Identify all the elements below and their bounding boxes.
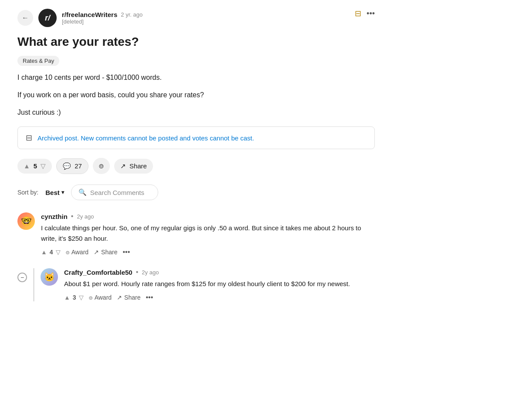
archived-icon: ⊟ — [26, 133, 32, 143]
comment-2-upvote-icon: ▲ — [64, 294, 70, 301]
sort-select[interactable]: Best ▾ — [45, 189, 64, 196]
comment-1-avatar: 🤓 — [17, 212, 35, 230]
comment-2-share-label: Share — [124, 294, 140, 301]
post-tag[interactable]: Rates & Pay — [17, 56, 59, 66]
comments-button[interactable]: 💬 27 — [56, 158, 88, 174]
comment-2-meta: Crafty_Comfortable50 • 2y ago — [64, 268, 375, 276]
subreddit-avatar: r/ — [38, 9, 57, 27]
comment-2-share-button[interactable]: ↗ Share — [117, 294, 140, 301]
comment-2-award-button[interactable]: ⌾ Award — [89, 294, 112, 301]
search-comments-input[interactable]: 🔍 Search Comments — [71, 184, 158, 200]
comments-section: 🤓 cynzthin • 2y ago I calculate things p… — [17, 212, 375, 314]
post-header: ← r/ r/freelanceWriters 2 yr. ago [delet… — [17, 9, 375, 27]
archived-notice: ⊟ Archived post. New comments cannot be … — [17, 126, 375, 149]
comment-1-body: I calculate things per hour. So, one of … — [41, 223, 375, 244]
downvote-icon: ▽ — [41, 162, 46, 170]
comment-1-author[interactable]: cynzthin — [41, 213, 68, 220]
comment-1-downvote-icon: ▽ — [56, 249, 61, 256]
comments-icon: 💬 — [63, 162, 71, 170]
sort-label: Sort by: — [17, 189, 38, 196]
share-icon: ↗ — [120, 162, 126, 170]
sort-value: Best — [45, 189, 60, 196]
more-options-icon[interactable]: ••• — [367, 9, 375, 18]
archived-link-text[interactable]: New comments cannot be posted and votes … — [81, 134, 254, 142]
comment-2-author[interactable]: Crafty_Comfortable50 — [64, 269, 132, 276]
post-body-line-1: I charge 10 cents per word - $100/1000 w… — [17, 72, 375, 83]
comment-1-upvote-icon: ▲ — [41, 249, 47, 256]
comments-count: 27 — [75, 162, 82, 170]
comment-1-share-label: Share — [101, 249, 117, 256]
archived-text: Archived post. New comments cannot be po… — [37, 134, 254, 142]
post-actions: ▲ 5 ▽ 💬 27 ⌾ ↗ Share — [17, 158, 375, 174]
share-label: Share — [129, 162, 147, 170]
post-body: I charge 10 cents per word - $100/1000 w… — [17, 72, 375, 118]
chevron-down-icon: ▾ — [61, 189, 64, 195]
post-header-left: ← r/ r/freelanceWriters 2 yr. ago [delet… — [17, 9, 143, 27]
comment-1-actions: ▲ 4 ▽ ⌾ Award ↗ Share ••• — [41, 248, 375, 256]
post-author: [deleted] — [62, 18, 143, 25]
comment-2-vote-count: 3 — [73, 294, 76, 301]
post-time: 2 yr. ago — [121, 11, 143, 18]
search-icon: 🔍 — [78, 188, 87, 196]
vote-count: 5 — [34, 162, 37, 170]
post-title: What are your rates? — [17, 34, 375, 50]
post-body-line-2: If you work on a per word basis, could y… — [17, 89, 375, 101]
subreddit-name[interactable]: r/freelanceWriters — [62, 11, 117, 18]
comment-2-collapse-button[interactable]: − — [17, 273, 27, 282]
comment-2-downvote-icon: ▽ — [79, 294, 84, 301]
comment-1-share-icon: ↗ — [94, 249, 99, 256]
comment-1-award-icon: ⌾ — [66, 249, 69, 256]
comment-1: 🤓 cynzthin • 2y ago I calculate things p… — [17, 212, 375, 256]
comment-1-award-button[interactable]: ⌾ Award — [66, 249, 88, 256]
comment-1-avatar-img: 🤓 — [17, 212, 35, 230]
post-meta-top: r/freelanceWriters 2 yr. ago — [62, 11, 143, 18]
comment-2-content: Crafty_Comfortable50 • 2y ago About $1 p… — [64, 268, 375, 301]
bookmark-icon[interactable]: ⊟ — [355, 9, 361, 18]
comment-2-avatar-img: 🐱 — [41, 268, 58, 286]
comment-1-content: cynzthin • 2y ago I calculate things per… — [41, 212, 375, 256]
award-button[interactable]: ⌾ — [93, 158, 110, 174]
search-placeholder: Search Comments — [90, 189, 144, 196]
header-actions: ⊟ ••• — [355, 9, 375, 18]
comment-2-vote[interactable]: ▲ 3 ▽ — [64, 294, 84, 301]
sort-bar: Sort by: Best ▾ 🔍 Search Comments — [17, 184, 375, 200]
comment-2-award-label: Award — [95, 294, 112, 301]
comment-1-vote[interactable]: ▲ 4 ▽ — [41, 249, 61, 256]
back-button[interactable]: ← — [17, 10, 33, 26]
comment-2-share-icon: ↗ — [117, 294, 122, 301]
archived-plain-text: Archived post. — [37, 134, 81, 142]
comment-2-avatar: 🐱 — [41, 268, 58, 286]
comment-1-award-label: Award — [71, 249, 88, 256]
post-meta: r/freelanceWriters 2 yr. ago [deleted] — [62, 11, 143, 25]
comment-1-more-button[interactable]: ••• — [122, 248, 130, 256]
comment-2-inner: 🐱 Crafty_Comfortable50 • 2y ago About $1… — [33, 268, 375, 301]
comment-2-more-button[interactable]: ••• — [146, 294, 153, 301]
comment-1-meta: cynzthin • 2y ago — [41, 212, 375, 220]
comment-2-body: About $1 per word. Hourly rate ranges fr… — [64, 279, 375, 289]
share-button[interactable]: ↗ Share — [114, 159, 153, 174]
post-body-line-3: Just curious :) — [17, 107, 375, 118]
comment-1-vote-count: 4 — [50, 249, 53, 256]
comment-2: − 🐱 Crafty_Comfortable50 • 2y ago About … — [17, 268, 375, 301]
comment-2-time: 2y ago — [142, 269, 159, 276]
vote-button[interactable]: ▲ 5 ▽ — [17, 159, 52, 174]
comment-2-award-icon: ⌾ — [89, 294, 92, 301]
award-icon: ⌾ — [99, 161, 104, 171]
comment-1-share-button[interactable]: ↗ Share — [94, 249, 117, 256]
subreddit-initial: r/ — [45, 14, 50, 23]
upvote-icon: ▲ — [24, 162, 30, 170]
comment-1-time: 2y ago — [77, 213, 94, 220]
comment-2-actions: ▲ 3 ▽ ⌾ Award ↗ Share ••• — [64, 294, 375, 301]
